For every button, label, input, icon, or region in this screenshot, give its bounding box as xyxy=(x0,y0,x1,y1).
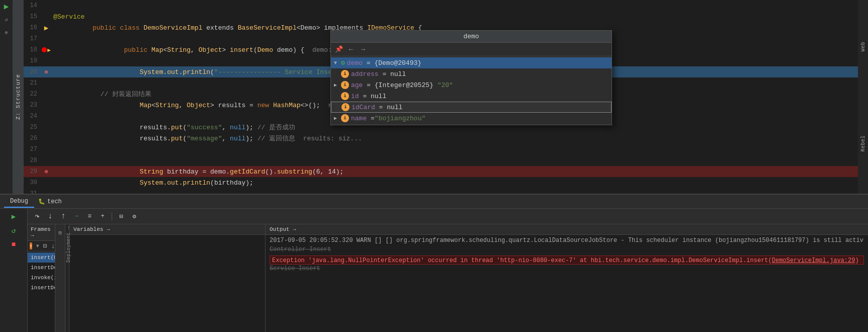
main-editor-area: ▶ ↺ ⊕ Z: Structure 14 15 @Service 16 xyxy=(0,0,868,194)
variables-content xyxy=(69,235,265,332)
expand-arrow-id xyxy=(334,94,341,99)
gutter-18: ▶ xyxy=(41,47,51,53)
console-text-3: Service Insert xyxy=(270,265,320,272)
frames-label: Frames → xyxy=(31,226,52,238)
line-number-27: 27 xyxy=(24,146,41,153)
popup-toolbar: 📌 ← → xyxy=(331,43,612,56)
field-icon-name: i xyxy=(341,114,349,122)
step-out-btn[interactable]: ↑ xyxy=(58,211,69,222)
output-tab[interactable]: Output → xyxy=(266,224,868,235)
frame-label-2: invoke(int, Object, Object[])-1, DemoCon… xyxy=(31,275,55,281)
popup-pin-btn[interactable]: 📌 xyxy=(334,44,344,54)
add-icon[interactable]: ⊕ xyxy=(2,28,11,37)
web-label[interactable]: Web xyxy=(860,42,866,52)
frames-panel: Frames → T *http-nio-8080-exec-7*@17,470… xyxy=(28,224,55,332)
expand-arrow-demo: ▼ xyxy=(334,60,341,66)
field-label-address: address xyxy=(351,70,379,78)
rebel-label[interactable]: Rebel xyxy=(860,135,866,152)
gutter-16: ▶ xyxy=(41,24,51,31)
field-icon-address: i xyxy=(341,70,349,78)
debug-tab-bar: Debug 🐛 tech xyxy=(0,195,868,209)
code-line-27: 27 xyxy=(24,144,858,155)
structure-panel-label: Z: Structure xyxy=(13,0,24,194)
console-line-3: Service Insert xyxy=(270,265,864,274)
far-right-labels: Web Rebel xyxy=(858,0,868,194)
expand-arrow-address xyxy=(334,71,341,77)
line-number-30: 30 xyxy=(24,179,41,186)
thread-selector[interactable]: T *http-nio-8080-exec-7*@17,470 in... ▼ … xyxy=(28,241,55,252)
bug-icon: 🐛 xyxy=(38,198,45,205)
frame-item-1[interactable]: insertDemo(Demo):27, DemoController (hbi… xyxy=(28,263,55,273)
breakpoint-18[interactable] xyxy=(42,47,47,52)
line-number-19: 19 xyxy=(24,57,41,64)
field-icon-age: i xyxy=(341,81,349,89)
frame-item-0[interactable]: insert(Demo):29, DemoServiceImpl (hbi.te… xyxy=(28,253,55,263)
console-line-0: 2017-09-05 20:05:52.320 WARN [] [] org.s… xyxy=(270,237,864,246)
step-over-btn[interactable]: ↷ xyxy=(32,211,43,222)
field-icon-id: i xyxy=(341,92,349,100)
popup-item-address[interactable]: i address = null xyxy=(331,68,612,79)
popup-forward-btn[interactable]: → xyxy=(358,44,368,54)
debug-run-btn[interactable]: ▶ xyxy=(8,211,19,222)
debug-stop-btn[interactable]: ■ xyxy=(8,239,19,250)
expand-arrow-age: ▶ xyxy=(334,82,341,88)
popup-back-btn[interactable]: ← xyxy=(346,44,356,54)
thread-dropdown-arrow: ▼ xyxy=(36,243,39,249)
line-number-29: 29 xyxy=(24,168,41,175)
line-number-17: 17 xyxy=(24,35,41,42)
frames-tab[interactable]: Frames → xyxy=(28,224,55,241)
debug-content: ▶ ↺ ■ ↷ ↓ ↑ → ≡ + ⊟ ⚙ xyxy=(0,209,868,332)
toolbar-sep xyxy=(112,212,112,220)
filter-icon[interactable]: ↓ xyxy=(51,242,55,250)
popup-item-id[interactable]: i id = null xyxy=(331,91,612,102)
field-label-demo: demo xyxy=(347,59,363,67)
line-number-21: 21 xyxy=(24,79,41,87)
settings-btn[interactable]: ⚙ xyxy=(129,211,140,222)
variables-label: Variables → xyxy=(73,226,110,232)
frame-item-2[interactable]: invoke(int, Object, Object[])-1, DemoCon… xyxy=(28,273,55,283)
exception-link[interactable]: DemoServiceImpl.java:29 xyxy=(772,257,855,264)
deployment-btn[interactable]: ⊟ xyxy=(55,227,65,238)
run-icon[interactable]: ▶ xyxy=(2,2,11,11)
deployment-label[interactable]: Deployment → xyxy=(65,224,72,265)
popup-item-name[interactable]: ▶ i name = "bojiangzhou" xyxy=(331,113,612,124)
error-icon-20: ⊗ xyxy=(44,68,48,76)
line-number-20: 20 xyxy=(24,68,41,75)
field-label-idcard: idCard xyxy=(352,104,375,111)
run-cursor-btn[interactable]: → xyxy=(71,211,82,222)
line-number-25: 25 xyxy=(24,124,41,131)
console-line-1: Controller Insert xyxy=(270,246,864,255)
left-sidebar: ▶ ↺ ⊕ xyxy=(0,0,13,194)
variables-tab[interactable]: Variables → xyxy=(69,224,265,235)
evaluate-btn[interactable]: ≡ xyxy=(84,211,95,222)
code-line-26: 26 results.put("message", null); // 返回信息… xyxy=(24,133,858,144)
popup-item-age[interactable]: ▶ i age = {Integer@20525} "20" xyxy=(331,79,612,91)
bottom-panel: Debug 🐛 tech ▶ ↺ ■ ↷ ↓ ↑ → ≡ + ⊟ ⚙ xyxy=(0,194,868,332)
field-label-name: name xyxy=(351,115,367,122)
reload-icon[interactable]: ↺ xyxy=(2,15,11,24)
console-line-2: Exception 'java.lang.NullPointerExceptio… xyxy=(270,256,864,265)
line-number-18: 18 xyxy=(24,46,41,53)
line-number-24: 24 xyxy=(24,113,41,120)
console-text-1: Controller Insert xyxy=(270,246,331,253)
line-number-16: 16 xyxy=(24,24,41,31)
popup-item-demo[interactable]: ▼ ⚙ demo = {Demo@20493} xyxy=(331,57,612,68)
code-line-30: 30 System.out.println(birthday); xyxy=(24,177,858,188)
debug-toolbar: ↷ ↓ ↑ → ≡ + ⊟ ⚙ xyxy=(28,209,868,224)
field-val-idcard: = null xyxy=(375,104,403,111)
tab-debug[interactable]: Debug xyxy=(4,196,34,208)
field-label-age: age xyxy=(351,81,363,89)
line-number-15: 15 xyxy=(24,13,41,20)
thread-icon: T xyxy=(30,242,32,250)
frame-label-3: insertDemo(Demo)-1, DemoController$$Enha… xyxy=(31,285,55,291)
frames-btn[interactable]: ⊟ xyxy=(116,211,127,222)
line-number-14: 14 xyxy=(24,2,41,9)
debug-reload-btn[interactable]: ↺ xyxy=(8,225,19,236)
frame-item-3[interactable]: insertDemo(Demo)-1, DemoController$$Enha… xyxy=(28,283,55,293)
popup-item-idcard[interactable]: i idCard = null xyxy=(331,102,612,113)
filter-btn[interactable]: ⊟ xyxy=(43,242,47,250)
watch-btn[interactable]: + xyxy=(97,211,108,222)
popup-items: ▼ ⚙ demo = {Demo@20493} i address = null… xyxy=(331,56,612,125)
step-into-btn[interactable]: ↓ xyxy=(45,211,56,222)
frames-list: insert(Demo):29, DemoServiceImpl (hbi.te… xyxy=(28,252,55,294)
